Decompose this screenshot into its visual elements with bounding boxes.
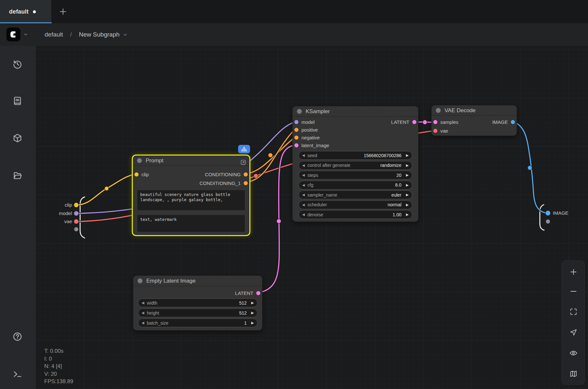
logo-dropdown-chevron[interactable]: [23, 32, 28, 38]
collapse-dot[interactable]: [138, 278, 142, 283]
increment-arrow-icon[interactable]: ▶: [406, 173, 409, 177]
select-mode-button[interactable]: [569, 328, 578, 337]
sidebar-history-button[interactable]: [12, 59, 23, 70]
breadcrumb-separator: /: [70, 31, 72, 38]
comfy-logo[interactable]: [6, 27, 20, 41]
widget-seed[interactable]: ◀ seed 156680208700286 ▶: [299, 151, 412, 160]
decrement-arrow-icon[interactable]: ◀: [302, 183, 305, 187]
widget-value[interactable]: 20: [396, 173, 402, 178]
stat-nodes: N: 4 [4]: [44, 362, 73, 370]
node-ksampler[interactable]: KSampler model LATENT positive negative …: [292, 106, 418, 222]
widget-cfg[interactable]: ◀ cfg 8.0 ▶: [299, 181, 412, 189]
decrement-arrow-icon[interactable]: ◀: [142, 311, 144, 315]
collapse-dot[interactable]: [137, 158, 142, 163]
expand-subgraph-icon[interactable]: [240, 159, 247, 166]
decrement-arrow-icon[interactable]: ◀: [302, 193, 305, 197]
sidebar-terminal-button[interactable]: [12, 369, 23, 380]
widget-height[interactable]: ◀ height 512 ▶: [138, 308, 257, 317]
input-slot-clip[interactable]: [134, 172, 139, 177]
eye-icon: [569, 349, 578, 357]
widget-value[interactable]: 8.0: [395, 182, 401, 188]
increment-arrow-icon[interactable]: ▶: [251, 301, 254, 305]
subgraph-input-label-model: model: [41, 211, 72, 216]
node-header[interactable]: Empty Latent Image: [133, 276, 262, 286]
workflow-tab-bar: default: [0, 0, 588, 23]
increment-arrow-icon[interactable]: ▶: [406, 154, 409, 157]
breadcrumb-workflow[interactable]: default: [45, 31, 63, 38]
increment-arrow-icon[interactable]: ▶: [406, 203, 409, 207]
widget-batch-size[interactable]: ◀ batch_size 1 ▶: [138, 319, 257, 327]
input-slot-positive[interactable]: [294, 128, 299, 132]
decrement-arrow-icon[interactable]: ◀: [302, 213, 305, 216]
sidebar-node-library-button[interactable]: [12, 95, 23, 106]
widget-scheduler[interactable]: ◀ scheduler normal ▶: [299, 200, 412, 209]
widget-sampler-name[interactable]: ◀ sampler_name euler ▶: [299, 190, 412, 199]
sidebar-help-button[interactable]: [12, 331, 23, 342]
widget-name: scheduler: [307, 202, 385, 207]
widget-steps[interactable]: ◀ steps 20 ▶: [299, 171, 412, 179]
minimap-button[interactable]: [569, 370, 578, 378]
widget-value[interactable]: 1: [244, 320, 247, 326]
node-header[interactable]: KSampler: [293, 106, 418, 117]
decrement-arrow-icon[interactable]: ◀: [302, 173, 305, 177]
output-label-image: IMAGE: [492, 119, 508, 125]
node-header[interactable]: VAE Decode: [432, 105, 517, 116]
widget-width[interactable]: ◀ width 512 ▶: [138, 298, 257, 307]
input-slot-model[interactable]: [294, 120, 299, 124]
sidebar-workflows-button[interactable]: [12, 170, 23, 181]
collapse-dot[interactable]: [297, 109, 302, 114]
canvas-controls-panel: [562, 260, 585, 385]
output-slot-conditioning[interactable]: [244, 172, 248, 177]
workflow-tab-default[interactable]: default: [0, 0, 52, 23]
input-slot-vae[interactable]: [433, 129, 437, 133]
decrement-arrow-icon[interactable]: ◀: [302, 203, 305, 207]
breadcrumb-subgraph[interactable]: New Subgraph: [79, 31, 128, 38]
output-slot-conditioning-1[interactable]: [244, 181, 248, 185]
collapse-dot[interactable]: [436, 108, 441, 113]
node-title: VAE Decode: [445, 107, 476, 114]
increment-arrow-icon[interactable]: ▶: [406, 193, 409, 197]
node-header[interactable]: Prompt: [133, 156, 249, 166]
widget-value[interactable]: 512: [239, 300, 247, 306]
widget-value[interactable]: 1.00: [393, 212, 401, 217]
positive-prompt-textarea[interactable]: beautiful scenery nature glass bottle la…: [137, 190, 245, 210]
decrement-arrow-icon[interactable]: ◀: [302, 164, 305, 167]
widget-value[interactable]: 156680208700286: [364, 153, 402, 158]
input-slot-negative[interactable]: [294, 135, 299, 140]
widget-value[interactable]: euler: [391, 192, 401, 198]
increment-arrow-icon[interactable]: ▶: [251, 311, 254, 315]
input-slot-latent-image[interactable]: [294, 143, 299, 147]
negative-prompt-textarea[interactable]: text, watermark: [137, 215, 245, 232]
widget-control-after-generate[interactable]: ◀ control after generate randomize ▶: [299, 161, 412, 170]
widget-value[interactable]: randomize: [380, 163, 401, 168]
output-slot-latent[interactable]: [412, 120, 416, 124]
decrement-arrow-icon[interactable]: ◀: [142, 301, 144, 305]
widget-value[interactable]: 512: [239, 310, 247, 316]
minimap-icon: [569, 370, 578, 378]
zoom-out-button[interactable]: [569, 287, 578, 296]
unsaved-changes-dot-icon: [33, 10, 36, 13]
widget-denoise[interactable]: ◀ denoise 1.00 ▶: [299, 210, 412, 219]
zoom-in-button[interactable]: [569, 268, 578, 276]
node-empty-latent-image[interactable]: Empty Latent Image LATENT ◀ width 512 ▶ …: [133, 276, 262, 330]
increment-arrow-icon[interactable]: ▶: [406, 213, 409, 216]
increment-arrow-icon[interactable]: ▶: [251, 321, 254, 325]
fit-view-button[interactable]: [569, 308, 578, 316]
widget-name: denoise: [307, 212, 390, 217]
new-workflow-tab-button[interactable]: [56, 5, 70, 19]
node-prompt[interactable]: Prompt clip CONDITIONING CONDITIONING_1 …: [132, 155, 250, 236]
sidebar-models-button[interactable]: [12, 133, 23, 144]
output-slot-image[interactable]: [511, 120, 515, 124]
toggle-link-visibility-button[interactable]: [569, 349, 578, 357]
decrement-arrow-icon[interactable]: ◀: [302, 154, 305, 157]
increment-arrow-icon[interactable]: ▶: [406, 183, 409, 187]
decrement-arrow-icon[interactable]: ◀: [142, 321, 144, 325]
node-vae-decode[interactable]: VAE Decode samples IMAGE vae: [431, 105, 517, 136]
increment-arrow-icon[interactable]: ▶: [406, 164, 409, 167]
output-slot-latent[interactable]: [256, 291, 260, 295]
stat-images: I: 0: [44, 355, 73, 363]
subgraph-badge[interactable]: [238, 145, 250, 153]
input-slot-samples[interactable]: [433, 120, 437, 124]
workflow-tab-title: default: [9, 8, 28, 15]
widget-value[interactable]: normal: [388, 202, 402, 207]
